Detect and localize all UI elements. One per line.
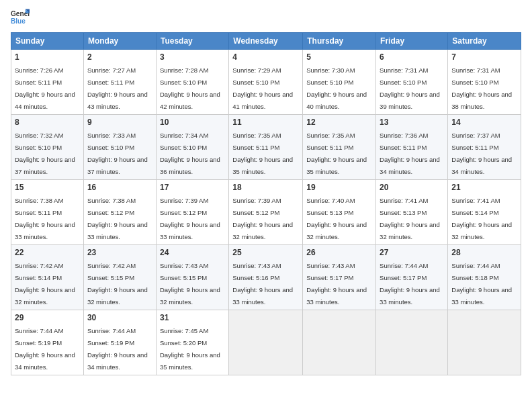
day-number: 30 xyxy=(87,313,152,322)
calendar-cell: 21 Sunrise: 7:41 AMSunset: 5:14 PMDaylig… xyxy=(448,180,521,245)
calendar-cell: 15 Sunrise: 7:38 AMSunset: 5:11 PMDaylig… xyxy=(11,180,84,245)
day-number: 14 xyxy=(451,118,517,127)
day-number: 28 xyxy=(451,248,517,257)
calendar-cell: 16 Sunrise: 7:38 AMSunset: 5:12 PMDaylig… xyxy=(83,180,156,245)
calendar-week-row: 15 Sunrise: 7:38 AMSunset: 5:11 PMDaylig… xyxy=(11,180,521,245)
day-number: 10 xyxy=(160,118,225,127)
main-container: General Blue SundayMondayTuesdayWednesda… xyxy=(0,0,532,411)
calendar-cell: 5 Sunrise: 7:30 AMSunset: 5:10 PMDayligh… xyxy=(303,50,376,115)
day-number: 26 xyxy=(306,248,372,257)
day-number: 6 xyxy=(380,52,444,62)
day-info: Sunrise: 7:28 AMSunset: 5:10 PMDaylight:… xyxy=(160,66,220,110)
day-info: Sunrise: 7:42 AMSunset: 5:14 PMDaylight:… xyxy=(15,262,75,306)
calendar-cell: 23 Sunrise: 7:42 AMSunset: 5:15 PMDaylig… xyxy=(83,245,156,310)
calendar-cell: 20 Sunrise: 7:41 AMSunset: 5:13 PMDaylig… xyxy=(376,180,448,245)
calendar-cell: 31 Sunrise: 7:45 AMSunset: 5:20 PMDaylig… xyxy=(156,310,228,375)
weekday-header-row: SundayMondayTuesdayWednesdayThursdayFrid… xyxy=(11,33,521,50)
calendar-cell: 22 Sunrise: 7:42 AMSunset: 5:14 PMDaylig… xyxy=(11,245,84,310)
calendar-cell: 18 Sunrise: 7:39 AMSunset: 5:12 PMDaylig… xyxy=(229,180,303,245)
day-number: 9 xyxy=(87,118,152,127)
day-info: Sunrise: 7:39 AMSunset: 5:12 PMDaylight:… xyxy=(160,197,220,240)
calendar-week-row: 1 Sunrise: 7:26 AMSunset: 5:11 PMDayligh… xyxy=(11,50,521,115)
day-info: Sunrise: 7:44 AMSunset: 5:19 PMDaylight:… xyxy=(87,327,148,371)
calendar-table: SundayMondayTuesdayWednesdayThursdayFrid… xyxy=(11,32,521,375)
day-info: Sunrise: 7:26 AMSunset: 5:11 PMDaylight:… xyxy=(15,66,75,110)
weekday-header-friday: Friday xyxy=(376,33,448,50)
day-number: 25 xyxy=(232,248,299,257)
calendar-cell: 8 Sunrise: 7:32 AMSunset: 5:10 PMDayligh… xyxy=(11,115,84,180)
calendar-cell xyxy=(376,310,448,375)
calendar-cell: 2 Sunrise: 7:27 AMSunset: 5:11 PMDayligh… xyxy=(83,50,156,115)
day-number: 2 xyxy=(87,52,152,62)
day-info: Sunrise: 7:41 AMSunset: 5:13 PMDaylight:… xyxy=(380,197,440,240)
day-number: 21 xyxy=(451,183,517,192)
day-number: 7 xyxy=(451,52,517,62)
day-info: Sunrise: 7:32 AMSunset: 5:10 PMDaylight:… xyxy=(15,132,75,175)
calendar-cell: 6 Sunrise: 7:31 AMSunset: 5:10 PMDayligh… xyxy=(376,50,448,115)
day-info: Sunrise: 7:45 AMSunset: 5:20 PMDaylight:… xyxy=(160,327,220,371)
calendar-cell: 26 Sunrise: 7:43 AMSunset: 5:17 PMDaylig… xyxy=(303,245,376,310)
day-number: 31 xyxy=(160,313,225,322)
calendar-cell: 12 Sunrise: 7:35 AMSunset: 5:11 PMDaylig… xyxy=(303,115,376,180)
weekday-header-monday: Monday xyxy=(83,33,156,50)
day-info: Sunrise: 7:44 AMSunset: 5:19 PMDaylight:… xyxy=(15,327,75,371)
calendar-cell: 11 Sunrise: 7:35 AMSunset: 5:11 PMDaylig… xyxy=(229,115,303,180)
calendar-cell: 28 Sunrise: 7:44 AMSunset: 5:18 PMDaylig… xyxy=(448,245,521,310)
weekday-header-thursday: Thursday xyxy=(303,33,376,50)
weekday-header-wednesday: Wednesday xyxy=(229,33,303,50)
day-info: Sunrise: 7:31 AMSunset: 5:10 PMDaylight:… xyxy=(380,66,440,110)
day-info: Sunrise: 7:35 AMSunset: 5:11 PMDaylight:… xyxy=(306,132,367,175)
calendar-cell: 7 Sunrise: 7:31 AMSunset: 5:10 PMDayligh… xyxy=(448,50,521,115)
day-number: 15 xyxy=(15,183,80,192)
day-number: 16 xyxy=(87,183,152,192)
day-info: Sunrise: 7:31 AMSunset: 5:10 PMDaylight:… xyxy=(451,66,512,110)
calendar-cell: 14 Sunrise: 7:37 AMSunset: 5:11 PMDaylig… xyxy=(448,115,521,180)
calendar-cell: 13 Sunrise: 7:36 AMSunset: 5:11 PMDaylig… xyxy=(376,115,448,180)
calendar-cell: 9 Sunrise: 7:33 AMSunset: 5:10 PMDayligh… xyxy=(83,115,156,180)
calendar-cell: 24 Sunrise: 7:43 AMSunset: 5:15 PMDaylig… xyxy=(156,245,228,310)
day-info: Sunrise: 7:38 AMSunset: 5:12 PMDaylight:… xyxy=(87,197,148,240)
calendar-week-row: 8 Sunrise: 7:32 AMSunset: 5:10 PMDayligh… xyxy=(11,115,521,180)
day-number: 4 xyxy=(232,52,299,62)
svg-text:Blue: Blue xyxy=(11,17,26,25)
calendar-cell: 19 Sunrise: 7:40 AMSunset: 5:13 PMDaylig… xyxy=(303,180,376,245)
weekday-header-tuesday: Tuesday xyxy=(156,33,228,50)
calendar-cell: 25 Sunrise: 7:43 AMSunset: 5:16 PMDaylig… xyxy=(229,245,303,310)
logo: General Blue xyxy=(11,8,30,27)
day-info: Sunrise: 7:35 AMSunset: 5:11 PMDaylight:… xyxy=(232,132,293,175)
day-number: 8 xyxy=(15,118,80,127)
day-info: Sunrise: 7:33 AMSunset: 5:10 PMDaylight:… xyxy=(87,132,148,175)
day-number: 24 xyxy=(160,248,225,257)
calendar-cell: 1 Sunrise: 7:26 AMSunset: 5:11 PMDayligh… xyxy=(11,50,84,115)
day-number: 22 xyxy=(15,248,80,257)
day-info: Sunrise: 7:43 AMSunset: 5:16 PMDaylight:… xyxy=(232,262,293,306)
day-info: Sunrise: 7:39 AMSunset: 5:12 PMDaylight:… xyxy=(232,197,293,240)
calendar-cell: 30 Sunrise: 7:44 AMSunset: 5:19 PMDaylig… xyxy=(83,310,156,375)
calendar-cell: 4 Sunrise: 7:29 AMSunset: 5:10 PMDayligh… xyxy=(229,50,303,115)
calendar-cell: 10 Sunrise: 7:34 AMSunset: 5:10 PMDaylig… xyxy=(156,115,228,180)
day-number: 13 xyxy=(380,118,444,127)
weekday-header-saturday: Saturday xyxy=(448,33,521,50)
day-info: Sunrise: 7:44 AMSunset: 5:18 PMDaylight:… xyxy=(451,262,512,306)
header: General Blue xyxy=(11,8,521,27)
calendar-cell: 3 Sunrise: 7:28 AMSunset: 5:10 PMDayligh… xyxy=(156,50,228,115)
calendar-week-row: 29 Sunrise: 7:44 AMSunset: 5:19 PMDaylig… xyxy=(11,310,521,375)
calendar-cell xyxy=(448,310,521,375)
day-info: Sunrise: 7:29 AMSunset: 5:10 PMDaylight:… xyxy=(232,66,293,110)
day-info: Sunrise: 7:30 AMSunset: 5:10 PMDaylight:… xyxy=(306,66,367,110)
logo-icon: General Blue xyxy=(11,8,30,27)
calendar-week-row: 22 Sunrise: 7:42 AMSunset: 5:14 PMDaylig… xyxy=(11,245,521,310)
calendar-cell xyxy=(229,310,303,375)
day-number: 11 xyxy=(232,118,299,127)
calendar-cell: 17 Sunrise: 7:39 AMSunset: 5:12 PMDaylig… xyxy=(156,180,228,245)
day-info: Sunrise: 7:38 AMSunset: 5:11 PMDaylight:… xyxy=(15,197,75,240)
day-number: 1 xyxy=(15,52,80,62)
calendar-cell xyxy=(303,310,376,375)
day-info: Sunrise: 7:43 AMSunset: 5:15 PMDaylight:… xyxy=(160,262,220,306)
day-number: 3 xyxy=(160,52,225,62)
day-info: Sunrise: 7:37 AMSunset: 5:11 PMDaylight:… xyxy=(451,132,512,175)
day-info: Sunrise: 7:42 AMSunset: 5:15 PMDaylight:… xyxy=(87,262,148,306)
day-number: 5 xyxy=(306,52,372,62)
day-number: 12 xyxy=(306,118,372,127)
day-number: 29 xyxy=(15,313,80,322)
